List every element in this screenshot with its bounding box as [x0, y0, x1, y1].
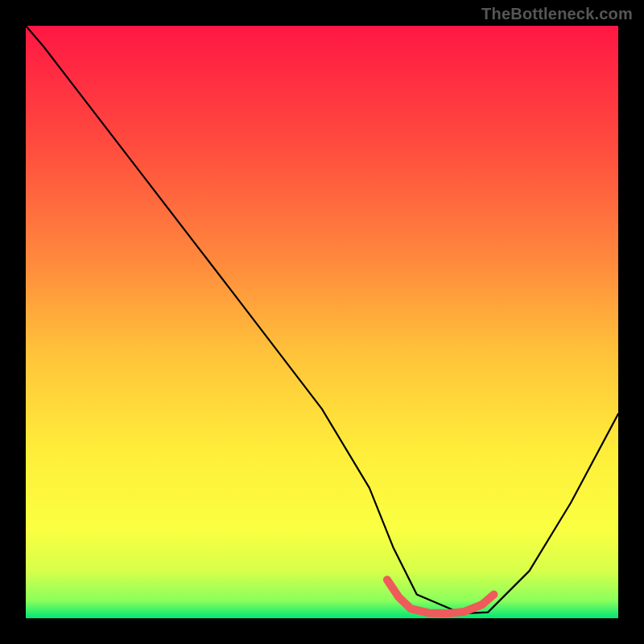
chart-container: TheBottleneck.com [0, 0, 644, 644]
plot-background [26, 26, 618, 618]
bottleneck-chart [0, 0, 644, 644]
watermark-text: TheBottleneck.com [481, 5, 633, 23]
